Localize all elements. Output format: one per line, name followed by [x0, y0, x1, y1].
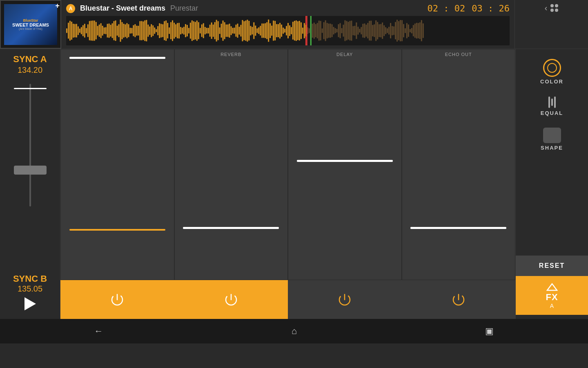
svg-rect-93 [213, 25, 214, 37]
svg-rect-16 [87, 25, 89, 37]
shape-button[interactable]: SHAPE [516, 122, 588, 157]
album-brand: BlueStar [23, 18, 38, 23]
svg-rect-181 [356, 22, 357, 39]
svg-rect-105 [232, 28, 234, 34]
svg-rect-147 [301, 22, 302, 39]
svg-rect-197 [382, 22, 383, 39]
svg-rect-70 [175, 24, 176, 37]
svg-rect-11 [79, 29, 80, 33]
svg-rect-107 [235, 25, 236, 36]
add-button[interactable]: + [55, 2, 60, 10]
svg-rect-18 [91, 21, 92, 41]
right-sidebar: COLOR EQUAL SHAPE RESET FX A [515, 49, 588, 319]
color-inner-circle [547, 63, 557, 73]
svg-rect-131 [274, 21, 276, 40]
svg-rect-4 [68, 23, 69, 39]
delay-label: DELAY [288, 52, 401, 57]
svg-rect-166 [332, 24, 333, 37]
svg-rect-143 [294, 21, 295, 40]
fx-a-button[interactable]: FX A [516, 276, 588, 315]
svg-rect-22 [97, 26, 98, 35]
svg-rect-85 [200, 28, 201, 33]
svg-rect-104 [231, 26, 232, 35]
waveform-container[interactable] [66, 16, 510, 45]
svg-rect-220 [419, 22, 421, 39]
svg-rect-141 [291, 27, 292, 34]
echo-label: ECHO OUT [402, 52, 515, 57]
equal-button[interactable]: EQUAL [516, 90, 588, 122]
svg-rect-65 [167, 23, 168, 38]
svg-rect-167 [333, 27, 334, 34]
svg-rect-164 [328, 24, 330, 38]
svg-rect-223 [306, 16, 307, 45]
pad4-slider [410, 227, 506, 229]
sync-b-bpm: 135.05 [18, 284, 42, 294]
svg-rect-109 [238, 27, 240, 34]
svg-rect-154 [312, 24, 313, 38]
power-btn-2[interactable] [174, 280, 288, 319]
svg-rect-217 [414, 24, 416, 38]
svg-rect-12 [81, 27, 82, 34]
svg-rect-86 [201, 25, 203, 37]
svg-rect-190 [370, 21, 372, 41]
sync-a-bpm: 134.20 [18, 65, 42, 75]
power-btn-1[interactable] [60, 280, 174, 319]
power-btn-3[interactable] [288, 280, 402, 319]
power-icon-2 [224, 292, 238, 307]
equal-label: EQUAL [541, 110, 564, 116]
svg-rect-15 [86, 28, 87, 34]
svg-rect-215 [411, 28, 412, 34]
svg-rect-172 [341, 28, 343, 33]
svg-rect-113 [245, 20, 246, 41]
eq-bar-3 [554, 96, 556, 108]
reset-button[interactable]: RESET [516, 256, 588, 276]
svg-rect-52 [146, 20, 147, 41]
recents-button[interactable]: ▣ [485, 326, 494, 337]
album-sub: (Are Made of This) [19, 27, 42, 30]
svg-rect-200 [387, 28, 388, 33]
svg-rect-203 [392, 26, 393, 36]
svg-rect-88 [205, 27, 206, 34]
chevron-left-icon[interactable]: ‹ [545, 3, 548, 13]
svg-rect-122 [260, 26, 261, 35]
power-btn-4[interactable] [402, 280, 516, 319]
svg-rect-128 [270, 23, 271, 38]
play-icon [24, 297, 36, 310]
svg-rect-56 [152, 25, 154, 36]
back-button[interactable]: ← [94, 326, 103, 337]
dots-menu-icon[interactable] [550, 4, 558, 12]
fx-pad-1[interactable] [60, 49, 174, 280]
svg-rect-212 [406, 23, 408, 38]
play-button[interactable] [18, 294, 42, 314]
svg-rect-46 [136, 26, 137, 36]
track-badge: A [66, 4, 75, 13]
tempo-slider-area[interactable] [3, 80, 57, 270]
fx-pad-delay[interactable]: DELAY [288, 49, 402, 280]
svg-rect-99 [223, 20, 224, 40]
svg-rect-204 [393, 27, 394, 35]
svg-rect-35 [118, 24, 120, 37]
track-artist: Purestar [170, 4, 198, 13]
color-button[interactable]: COLOR [516, 53, 588, 90]
svg-rect-21 [96, 22, 97, 40]
fx-pad-echo[interactable]: ECHO OUT [402, 49, 516, 280]
svg-rect-115 [248, 21, 249, 40]
svg-rect-102 [227, 25, 229, 37]
album-art[interactable]: BlueStar SWEET DREAMS (Are Made of This)… [0, 0, 61, 49]
sync-b-label: SYNC B [13, 274, 47, 284]
home-button[interactable]: ⌂ [292, 326, 297, 337]
main-content: SYNC A 134.20 SYNC B 135.05 [0, 49, 588, 319]
svg-rect-209 [401, 20, 403, 41]
svg-rect-7 [73, 24, 74, 38]
svg-rect-196 [380, 24, 381, 38]
svg-rect-199 [385, 27, 386, 34]
fx-pad-reverb[interactable]: REVERB [174, 49, 288, 280]
svg-rect-133 [278, 24, 279, 37]
fx-pads-area: REVERB DELAY ECHO OUT [60, 49, 515, 319]
svg-rect-192 [374, 25, 375, 37]
svg-rect-169 [336, 29, 338, 32]
fx-pad-grid: REVERB DELAY ECHO OUT [60, 49, 515, 280]
svg-rect-221 [421, 20, 422, 41]
svg-rect-76 [185, 24, 186, 37]
svg-rect-119 [255, 26, 256, 36]
